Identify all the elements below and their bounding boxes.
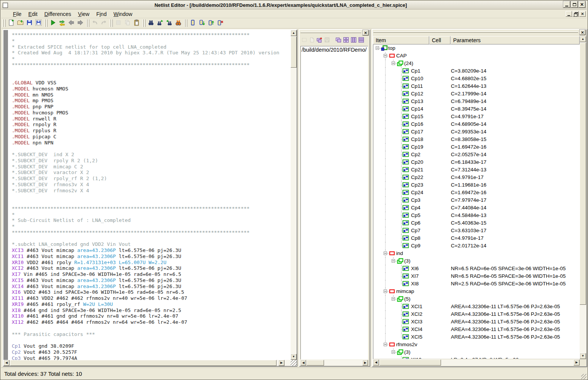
tree-row[interactable]: Cp9C=2.01712e-14 xyxy=(373,242,580,250)
editor-vscroll-down-button[interactable]: ▼ xyxy=(291,354,297,360)
save-button[interactable] xyxy=(25,19,34,28)
tree-row[interactable]: XCI5AREA=4.32306e-11 LT=6.575e-06 PJ=2.6… xyxy=(373,333,580,341)
editor-hscroll-left-button[interactable]: ◀ xyxy=(3,360,9,366)
tree-row[interactable]: CAP xyxy=(373,52,580,60)
tree-expander[interactable] xyxy=(392,259,395,263)
tree-vscroll-up-button[interactable]: ▲ xyxy=(580,36,586,42)
files-list[interactable]: /build/demo/2010/RFDemo/ xyxy=(300,46,368,359)
hierarchy-panel-grip[interactable] xyxy=(373,31,578,33)
editor-resize-grip[interactable] xyxy=(291,360,297,366)
list-item[interactable]: /build/demo/2010/RFDemo/ xyxy=(301,46,368,53)
tree-expander[interactable] xyxy=(384,54,387,57)
tree-row[interactable]: XI8NR=2.5 RAD=6e-05 SPACE=3e-06 WIDTH=1e… xyxy=(373,280,580,288)
mdi-minimize-button[interactable] xyxy=(566,11,572,17)
tree-row[interactable]: Cp6C=5.40363e-15 xyxy=(373,219,580,227)
tree-expander[interactable] xyxy=(392,62,395,65)
open-file-button[interactable] xyxy=(16,19,25,28)
menu-edit[interactable]: Edit xyxy=(25,10,41,18)
menu-window[interactable]: Window xyxy=(110,10,136,18)
tile-vertical-button[interactable] xyxy=(350,37,357,44)
editor-text-area[interactable]: ****************************************… xyxy=(8,30,291,360)
tree-hscroll-right-button[interactable]: ▶ xyxy=(574,359,580,366)
tree-row[interactable]: Cp14C=8.39475e-14 xyxy=(373,105,580,113)
menu-view[interactable]: View xyxy=(74,10,93,18)
new-file-button[interactable] xyxy=(6,19,16,28)
tree-row[interactable]: (5) xyxy=(373,295,580,303)
save-as-button[interactable] xyxy=(34,19,43,28)
hierarchy-panel-close-button[interactable]: ✕ xyxy=(580,30,585,35)
tree-row[interactable]: Cp20C=6.18433e-17 xyxy=(373,158,580,166)
tree-expander[interactable] xyxy=(392,297,395,301)
arrange-new-button[interactable] xyxy=(316,37,323,44)
bookmark-clear-button[interactable] xyxy=(215,19,224,28)
tree-row[interactable]: mimcap xyxy=(373,288,580,295)
tree-vscroll-down-button[interactable]: ▼ xyxy=(580,353,586,359)
run-button[interactable] xyxy=(48,19,57,28)
tree-row[interactable]: Cp17C=2.99353e-14 xyxy=(373,128,580,136)
bookmark-toggle-button[interactable] xyxy=(188,19,197,28)
find-in-files-button[interactable] xyxy=(174,19,183,28)
tree-row[interactable]: XCI4AREA=4.32306e-11 LT=6.575e-06 PJ=2.6… xyxy=(373,326,580,333)
menu-find[interactable]: Find xyxy=(93,10,110,18)
mdi-close-button[interactable]: ✕ xyxy=(579,11,586,17)
window-resize-grip[interactable] xyxy=(581,374,586,379)
tree-row[interactable]: XCI1AREA=4.32306e-11 LT=6.575e-06 PJ=2.6… xyxy=(373,303,580,310)
find-prev-button[interactable] xyxy=(164,19,174,28)
find-next-button[interactable] xyxy=(155,19,164,28)
editor-hscroll-right-button[interactable]: ▶ xyxy=(278,360,285,366)
tree-row[interactable]: Cp10C=4.68802e-15 xyxy=(373,75,580,82)
tree-row[interactable]: Cp16C=4.68905e-14 xyxy=(373,120,580,128)
compare-button[interactable] xyxy=(57,19,66,28)
tree-row[interactable]: Cp23C=1.19681e-16 xyxy=(373,181,580,189)
tree-row[interactable]: Cp4C=7.44084e-14 xyxy=(373,204,580,212)
tree-row[interactable]: Cp18C=8.38058e-15 xyxy=(373,136,580,143)
tree-expander[interactable] xyxy=(384,343,387,346)
tree-row[interactable]: Cp22C=4.9791e-17 xyxy=(373,174,580,181)
hierarchy-tree[interactable]: topCAP(24)Cp1C=3.80209e-14Cp10C=4.68802e… xyxy=(373,44,580,359)
tree-hscroll-thumb[interactable] xyxy=(379,359,441,366)
tree-hscroll-left-button[interactable]: ◀ xyxy=(373,359,379,366)
tree-row[interactable]: XI10LR=2.4e-07 NR=8 WR=5e-06 xyxy=(373,356,580,359)
editor-hscroll-thumb[interactable] xyxy=(10,360,277,366)
tree-row[interactable]: Cp19C=1.69472e-16 xyxy=(373,143,580,151)
tree-row[interactable]: (24) xyxy=(373,60,580,67)
column-header-cell[interactable]: Cell xyxy=(429,36,450,44)
tile-horizontal-button[interactable] xyxy=(357,37,365,44)
mdi-restore-button[interactable] xyxy=(572,11,579,17)
bookmark-prev-button[interactable] xyxy=(206,19,215,28)
files-hscroll-thumb[interactable] xyxy=(307,360,324,366)
forward-button[interactable] xyxy=(76,19,85,28)
tree-row[interactable]: Cp12C=2.17999e-14 xyxy=(373,90,580,98)
paste-button[interactable] xyxy=(132,19,141,28)
tree-row[interactable]: (3) xyxy=(373,348,580,356)
tree-row[interactable]: XCI2AREA=4.32306e-11 LT=6.575e-06 PJ=2.6… xyxy=(373,310,580,318)
column-header-parameters[interactable]: Parameters xyxy=(450,36,580,44)
tree-row[interactable]: Cp3C=7.97974e-17 xyxy=(373,196,580,204)
cascade-windows-button[interactable] xyxy=(335,37,342,44)
tree-row[interactable]: Cp15C=4.9791e-17 xyxy=(373,113,580,120)
files-panel-grip[interactable] xyxy=(300,32,361,33)
tree-row[interactable]: Cp24C=1.69472e-16 xyxy=(373,189,580,196)
tree-row[interactable]: Cp5C=4.58484e-13 xyxy=(373,212,580,219)
tree-row[interactable]: Cp13C=6.79489e-14 xyxy=(373,98,580,105)
tree-row[interactable]: Cp1C=3.80209e-14 xyxy=(373,67,580,75)
tree-vscroll-thumb[interactable] xyxy=(580,43,586,305)
tree-expander[interactable] xyxy=(392,350,395,354)
tree-row[interactable]: Cp21C=7.31244e-13 xyxy=(373,166,580,174)
tree-row[interactable]: top xyxy=(373,44,580,52)
tree-row[interactable]: ind xyxy=(373,250,580,257)
back-button[interactable] xyxy=(66,19,76,28)
tree-expander[interactable] xyxy=(384,290,387,293)
tree-row[interactable]: XI6NR=6.5 RAD=6e-05 SPACE=3e-06 WIDTH=1e… xyxy=(373,265,580,272)
files-hscroll-right-button[interactable]: ▶ xyxy=(362,360,368,366)
files-hscroll-left-button[interactable]: ◀ xyxy=(300,360,306,366)
maximize-button[interactable] xyxy=(571,1,578,8)
tree-row[interactable]: Cp2C=2.05257e-14 xyxy=(373,151,580,158)
minimize-button[interactable] xyxy=(563,1,570,8)
tree-row[interactable]: XI7NR=6.5 RAD=6e-05 SPACE=3e-06 WIDTH=1e… xyxy=(373,272,580,280)
close-button[interactable]: ✕ xyxy=(579,1,585,8)
tree-expander[interactable] xyxy=(384,252,387,255)
find-button[interactable] xyxy=(146,19,155,28)
editor-vscroll-thumb[interactable] xyxy=(291,36,297,68)
title-bar[interactable]: Netlist Editor - [/build/demo/2010/RFDem… xyxy=(1,1,587,10)
